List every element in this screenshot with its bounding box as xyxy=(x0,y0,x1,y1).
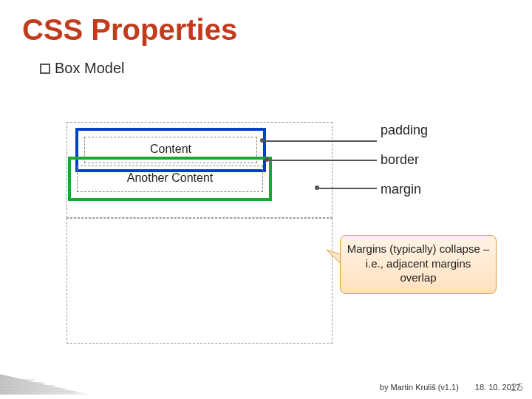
leader-line-border xyxy=(267,160,377,161)
leader-line-margin xyxy=(318,188,377,189)
box2-border-box: Another Content xyxy=(68,157,272,201)
label-margin: margin xyxy=(381,182,421,197)
checkbox-icon xyxy=(40,64,50,74)
leader-line-padding xyxy=(262,140,377,142)
label-border: border xyxy=(381,152,419,168)
section-label: Box Model xyxy=(55,60,125,76)
slide-title: CSS Properties xyxy=(0,0,532,47)
slide-footer: by Martin Kruliš (v1.1) 18. 10. 2017 xyxy=(380,383,520,392)
box2-margin-area xyxy=(66,218,332,344)
box2-padding-box: Another Content xyxy=(77,166,263,192)
label-padding: padding xyxy=(381,123,428,138)
box2-content-label: Another Content xyxy=(127,171,214,184)
page-number: 25 xyxy=(511,381,523,393)
diagram-stage: Content Another Content padding border m… xyxy=(37,118,510,362)
callout-text: Margins (typically) collapse – i.e., adj… xyxy=(347,242,490,284)
footer-byline: by Martin Kruliš (v1.1) xyxy=(380,383,459,392)
callout-margin-collapse: Margins (typically) collapse – i.e., adj… xyxy=(340,235,497,294)
box1-content-label: Content xyxy=(150,143,191,155)
decorative-wedge-icon xyxy=(0,365,89,395)
section-heading: Box Model xyxy=(0,47,532,77)
